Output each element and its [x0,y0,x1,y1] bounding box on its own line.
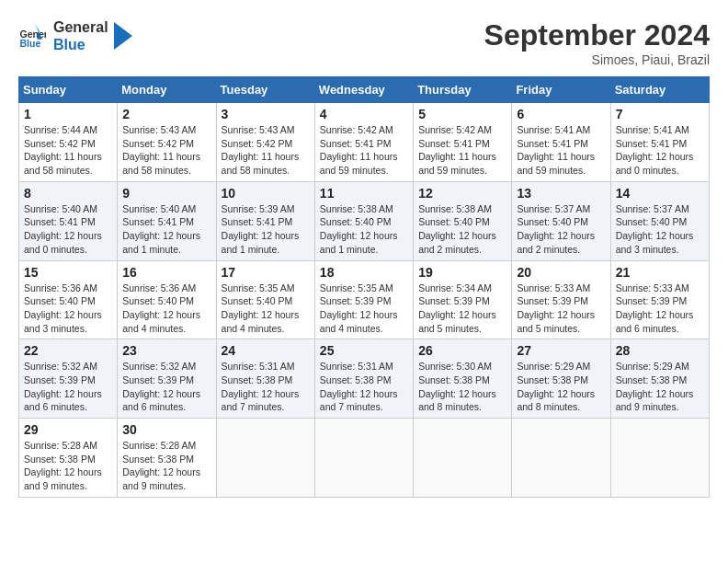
logo-icon: General Blue [18,22,46,50]
day-info: Sunrise: 5:36 AM Sunset: 5:40 PM Dayligh… [122,282,210,336]
calendar-week-row: 29Sunrise: 5:28 AM Sunset: 5:38 PM Dayli… [19,419,710,498]
day-info: Sunrise: 5:43 AM Sunset: 5:42 PM Dayligh… [122,123,210,178]
calendar-week-row: 22Sunrise: 5:32 AM Sunset: 5:39 PM Dayli… [19,339,710,419]
calendar-cell: 29Sunrise: 5:28 AM Sunset: 5:38 PM Dayli… [19,419,118,498]
day-number: 10 [222,186,310,201]
calendar-cell: 22Sunrise: 5:32 AM Sunset: 5:39 PM Dayli… [19,339,118,419]
col-saturday: Saturday [610,77,709,103]
day-number: 2 [122,107,210,121]
day-info: Sunrise: 5:32 AM Sunset: 5:39 PM Dayligh… [122,360,210,414]
day-number: 7 [616,107,704,121]
calendar-cell: 27Sunrise: 5:29 AM Sunset: 5:38 PM Dayli… [512,339,610,419]
day-number: 16 [122,265,210,280]
calendar-header-row: Sunday Monday Tuesday Wednesday Thursday… [19,77,710,103]
day-info: Sunrise: 5:28 AM Sunset: 5:38 PM Dayligh… [24,439,112,493]
day-number: 17 [222,265,310,280]
day-info: Sunrise: 5:35 AM Sunset: 5:39 PM Dayligh… [320,282,408,336]
calendar-cell: 28Sunrise: 5:29 AM Sunset: 5:38 PM Dayli… [610,339,709,419]
day-info: Sunrise: 5:43 AM Sunset: 5:42 PM Dayligh… [222,123,310,178]
day-number: 8 [24,186,112,201]
calendar-cell: 2Sunrise: 5:43 AM Sunset: 5:42 PM Daylig… [118,103,216,182]
day-info: Sunrise: 5:37 AM Sunset: 5:40 PM Dayligh… [517,202,605,257]
day-number: 30 [122,422,210,437]
day-info: Sunrise: 5:29 AM Sunset: 5:38 PM Dayligh… [616,360,704,414]
calendar-week-row: 15Sunrise: 5:36 AM Sunset: 5:40 PM Dayli… [19,260,710,339]
page-header: General Blue General Blue September 2024… [18,18,710,67]
day-number: 9 [122,186,210,201]
day-info: Sunrise: 5:40 AM Sunset: 5:41 PM Dayligh… [24,202,112,257]
title-block: September 2024 Simoes, Piaui, Brazil [484,18,710,67]
calendar-cell: 24Sunrise: 5:31 AM Sunset: 5:38 PM Dayli… [216,339,314,419]
day-number: 6 [517,107,605,121]
calendar-cell: 17Sunrise: 5:35 AM Sunset: 5:40 PM Dayli… [216,260,314,339]
calendar-cell [512,419,610,498]
calendar-cell [216,419,314,498]
calendar-cell: 8Sunrise: 5:40 AM Sunset: 5:41 PM Daylig… [19,181,118,260]
calendar-cell [610,419,709,498]
calendar-cell: 16Sunrise: 5:36 AM Sunset: 5:40 PM Dayli… [118,260,216,339]
day-info: Sunrise: 5:29 AM Sunset: 5:38 PM Dayligh… [517,360,605,414]
calendar-cell [314,419,413,498]
logo-blue: Blue [53,36,108,53]
calendar-cell: 7Sunrise: 5:41 AM Sunset: 5:41 PM Daylig… [610,103,709,182]
calendar-cell: 10Sunrise: 5:39 AM Sunset: 5:41 PM Dayli… [216,181,314,260]
day-number: 4 [320,107,408,121]
calendar-cell: 6Sunrise: 5:41 AM Sunset: 5:41 PM Daylig… [512,103,610,182]
day-number: 22 [24,343,112,358]
calendar-cell: 15Sunrise: 5:36 AM Sunset: 5:40 PM Dayli… [19,260,118,339]
day-number: 3 [222,107,310,121]
calendar-cell: 18Sunrise: 5:35 AM Sunset: 5:39 PM Dayli… [314,260,413,339]
day-number: 15 [24,265,112,280]
day-info: Sunrise: 5:35 AM Sunset: 5:40 PM Dayligh… [222,282,310,336]
calendar-cell: 14Sunrise: 5:37 AM Sunset: 5:40 PM Dayli… [610,181,709,260]
day-number: 23 [122,343,210,358]
logo-general: General [53,18,108,36]
calendar-cell: 19Sunrise: 5:34 AM Sunset: 5:39 PM Dayli… [414,260,512,339]
calendar-cell: 12Sunrise: 5:38 AM Sunset: 5:40 PM Dayli… [414,181,512,260]
calendar-cell: 25Sunrise: 5:31 AM Sunset: 5:38 PM Dayli… [314,339,413,419]
day-number: 13 [517,186,605,201]
day-info: Sunrise: 5:30 AM Sunset: 5:38 PM Dayligh… [418,360,506,414]
day-info: Sunrise: 5:36 AM Sunset: 5:40 PM Dayligh… [24,282,112,336]
day-number: 5 [418,107,506,121]
col-thursday: Thursday [414,77,512,103]
day-info: Sunrise: 5:41 AM Sunset: 5:41 PM Dayligh… [517,123,605,178]
calendar-cell: 20Sunrise: 5:33 AM Sunset: 5:39 PM Dayli… [512,260,610,339]
day-number: 14 [616,186,704,201]
calendar-cell: 4Sunrise: 5:42 AM Sunset: 5:41 PM Daylig… [314,103,413,182]
day-info: Sunrise: 5:28 AM Sunset: 5:38 PM Dayligh… [122,439,210,493]
day-info: Sunrise: 5:31 AM Sunset: 5:38 PM Dayligh… [222,360,310,414]
calendar-cell: 13Sunrise: 5:37 AM Sunset: 5:40 PM Dayli… [512,181,610,260]
day-number: 28 [616,343,704,358]
svg-text:Blue: Blue [20,38,41,49]
svg-marker-3 [114,22,132,50]
day-info: Sunrise: 5:44 AM Sunset: 5:42 PM Dayligh… [24,123,112,178]
day-info: Sunrise: 5:42 AM Sunset: 5:41 PM Dayligh… [320,123,408,178]
calendar-cell: 23Sunrise: 5:32 AM Sunset: 5:39 PM Dayli… [118,339,216,419]
calendar-cell: 11Sunrise: 5:38 AM Sunset: 5:40 PM Dayli… [314,181,413,260]
day-number: 1 [24,107,112,121]
day-info: Sunrise: 5:38 AM Sunset: 5:40 PM Dayligh… [418,202,506,257]
month-title: September 2024 [484,18,710,52]
col-sunday: Sunday [19,77,118,103]
day-info: Sunrise: 5:41 AM Sunset: 5:41 PM Dayligh… [616,123,704,178]
day-number: 25 [320,343,408,358]
day-info: Sunrise: 5:40 AM Sunset: 5:41 PM Dayligh… [122,202,210,257]
day-number: 26 [418,343,506,358]
day-number: 24 [222,343,310,358]
calendar-cell: 5Sunrise: 5:42 AM Sunset: 5:41 PM Daylig… [414,103,512,182]
calendar-cell: 3Sunrise: 5:43 AM Sunset: 5:42 PM Daylig… [216,103,314,182]
calendar-cell: 21Sunrise: 5:33 AM Sunset: 5:39 PM Dayli… [610,260,709,339]
day-info: Sunrise: 5:32 AM Sunset: 5:39 PM Dayligh… [24,360,112,414]
day-info: Sunrise: 5:31 AM Sunset: 5:38 PM Dayligh… [320,360,408,414]
calendar-cell: 9Sunrise: 5:40 AM Sunset: 5:41 PM Daylig… [118,181,216,260]
day-info: Sunrise: 5:33 AM Sunset: 5:39 PM Dayligh… [616,282,704,336]
calendar-table: Sunday Monday Tuesday Wednesday Thursday… [18,76,710,498]
col-monday: Monday [118,77,216,103]
calendar-cell: 1Sunrise: 5:44 AM Sunset: 5:42 PM Daylig… [19,103,118,182]
day-number: 29 [24,422,112,437]
col-wednesday: Wednesday [314,77,413,103]
day-number: 12 [418,186,506,201]
day-number: 20 [517,265,605,280]
day-number: 18 [320,265,408,280]
